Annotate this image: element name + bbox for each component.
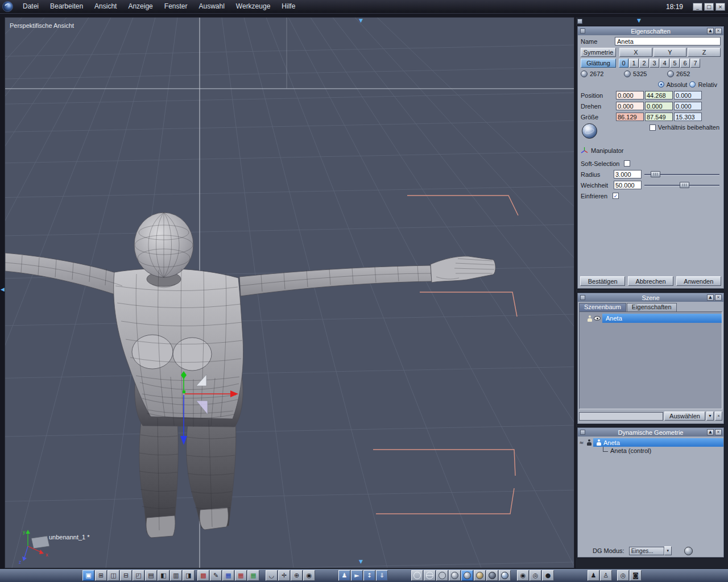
smoothing-level-0[interactable]: 0 [619, 59, 628, 68]
confirm-button[interactable]: Bestätigen [580, 276, 625, 286]
radius-slider[interactable] [644, 171, 721, 178]
pan-down-arrow-icon[interactable]: ▼ [359, 559, 363, 564]
dot-view-button[interactable]: ● [542, 570, 554, 581]
pan-up-arrow-icon[interactable]: ▼ [359, 18, 363, 23]
sidebar-grip[interactable] [577, 19, 582, 24]
rotation-y-field[interactable] [645, 102, 673, 110]
softness-field[interactable] [614, 181, 642, 189]
softness-slider[interactable] [644, 182, 721, 189]
menu-auswahl[interactable]: Auswahl [193, 0, 230, 14]
smoothing-level-1[interactable]: 1 [629, 59, 639, 68]
symmetry-button[interactable]: Symmetrie [581, 48, 616, 57]
perspective-viewport[interactable]: Perspektifische Ansicht unbenannt_1 * ▼ … [5, 17, 574, 568]
softness-slider-thumb[interactable] [680, 182, 689, 188]
soft-selection-checkbox[interactable] [624, 160, 630, 167]
menu-datei[interactable]: Datei [17, 0, 44, 14]
smoothing-level-4[interactable]: 4 [660, 59, 669, 68]
layout-split-h-button[interactable]: ⊟ [120, 570, 132, 581]
tree-item-aneta[interactable]: Aneta [602, 314, 722, 323]
shading-specular-button[interactable] [499, 570, 511, 581]
radius-field[interactable] [614, 170, 642, 178]
environment-button[interactable]: ◎ [617, 570, 629, 581]
scale-x-field[interactable] [616, 113, 644, 121]
dg-sphere-icon[interactable] [684, 547, 693, 555]
symmetry-x-button[interactable]: X [619, 48, 652, 57]
panel-close-icon[interactable]: × [715, 294, 722, 301]
panel-collapse-icon[interactable]: ▲ [707, 294, 714, 301]
menu-werkzeuge[interactable]: Werkzeuge [230, 0, 276, 14]
gizmo-z-handle[interactable] [180, 436, 187, 445]
drop-tool-button[interactable]: ⇓ [376, 570, 388, 581]
red-grid-button[interactable]: ▦ [235, 570, 247, 581]
scene-filter-input[interactable] [579, 412, 663, 421]
menu-fenster[interactable]: Fenster [159, 0, 193, 14]
tree-row[interactable]: Aneta [580, 314, 722, 323]
green-grid-button[interactable]: ▦ [247, 570, 259, 581]
apply-button[interactable]: Anwenden [676, 276, 721, 286]
close-button[interactable]: × [715, 3, 725, 11]
gizmo-origin[interactable] [183, 390, 185, 393]
visibility-eye-icon[interactable] [594, 316, 601, 321]
smoothing-level-3[interactable]: 3 [650, 59, 659, 68]
eye-view-button[interactable]: ◉ [517, 570, 529, 581]
layout-single-button[interactable]: ▣ [82, 570, 94, 581]
orbit-view-button[interactable]: ◎ [530, 570, 541, 581]
tab-eigenschaften[interactable]: Eigenschaften [627, 303, 677, 311]
keep-ratio-checkbox[interactable] [650, 124, 656, 131]
scene-tree[interactable]: Aneta [579, 311, 722, 409]
select-button[interactable]: Auswählen [664, 411, 705, 421]
character-icon[interactable] [587, 439, 592, 446]
minimize-button[interactable]: _ [693, 3, 702, 11]
menu-hilfe[interactable]: Hilfe [276, 0, 301, 14]
panel-grip-icon[interactable] [580, 28, 585, 34]
select-cursor-button[interactable]: ► [351, 570, 363, 581]
symmetry-z-button[interactable]: Z [688, 48, 721, 57]
layout-stripes-button[interactable]: ▥ [170, 570, 182, 581]
rotation-z-field[interactable] [674, 102, 702, 110]
actors-button[interactable]: ♟ [588, 570, 599, 581]
dg-item-aneta[interactable]: Aneta [593, 438, 723, 447]
look-at-button[interactable]: ◉ [303, 570, 315, 581]
shading-wireframe-button[interactable] [411, 570, 423, 581]
layout-quad-button[interactable]: ⊞ [95, 570, 107, 581]
panel-collapse-icon[interactable]: ▲ [707, 429, 714, 435]
shading-smooth-button[interactable] [449, 570, 461, 581]
blue-grid-button[interactable]: ▦ [222, 570, 234, 581]
radius-slider-thumb[interactable] [651, 171, 660, 177]
freeze-checkbox[interactable]: ✓ [613, 193, 619, 199]
animation-curve-icon[interactable]: ≈ [578, 439, 585, 446]
properties-panel-titlebar[interactable]: Eigenschaften ▲ × [578, 27, 723, 35]
maximize-button[interactable]: □ [704, 3, 714, 11]
smoothing-level-5[interactable]: 5 [670, 59, 680, 68]
shading-hiddenline-button[interactable] [424, 570, 436, 581]
checker-material-button[interactable]: ▩ [197, 570, 209, 581]
panel-collapse-icon[interactable]: ▲ [707, 28, 714, 34]
tab-szenenbaum[interactable]: Szenenbaum [579, 303, 626, 311]
material-sphere-icon[interactable] [582, 123, 597, 139]
motion-tool-button[interactable]: ↕ [363, 570, 375, 581]
menu-anzeige[interactable]: Anzeige [122, 0, 158, 14]
name-input[interactable] [615, 37, 721, 45]
sidebar-collapse-icon[interactable]: ▼ [637, 18, 641, 23]
shading-flat-button[interactable] [436, 570, 448, 581]
viewport-canvas[interactable]: y x z [5, 18, 574, 568]
panel-grip-icon[interactable] [580, 295, 585, 300]
menu-bearbeiten[interactable]: Bearbeiten [44, 0, 89, 14]
scale-z-field[interactable] [674, 113, 702, 121]
dg-row[interactable]: ≈ Aneta [578, 438, 723, 447]
panel-close-icon[interactable]: × [715, 28, 722, 34]
layout-split-v-button[interactable]: ◫ [107, 570, 119, 581]
pen-tool-button[interactable]: ✎ [210, 570, 222, 581]
symmetry-y-button[interactable]: Y [653, 48, 686, 57]
shading-dark-button[interactable] [486, 570, 498, 581]
dg-mode-select[interactable]: Einges... [629, 547, 664, 555]
layout-corner-button[interactable]: ◰ [133, 570, 144, 581]
zoom-button[interactable]: ⊕ [291, 570, 303, 581]
dg-panel-titlebar[interactable]: Dynamische Geometrie ▲ × [578, 428, 723, 436]
layout-left-button[interactable]: ◧ [158, 570, 169, 581]
layout-rows-button[interactable]: ▤ [145, 570, 157, 581]
smoothing-level-6[interactable]: 6 [680, 59, 690, 68]
cancel-button[interactable]: Abbrechen [628, 276, 673, 286]
position-y-field[interactable] [645, 91, 673, 99]
magnet-snap-button[interactable]: ◡ [266, 570, 278, 581]
